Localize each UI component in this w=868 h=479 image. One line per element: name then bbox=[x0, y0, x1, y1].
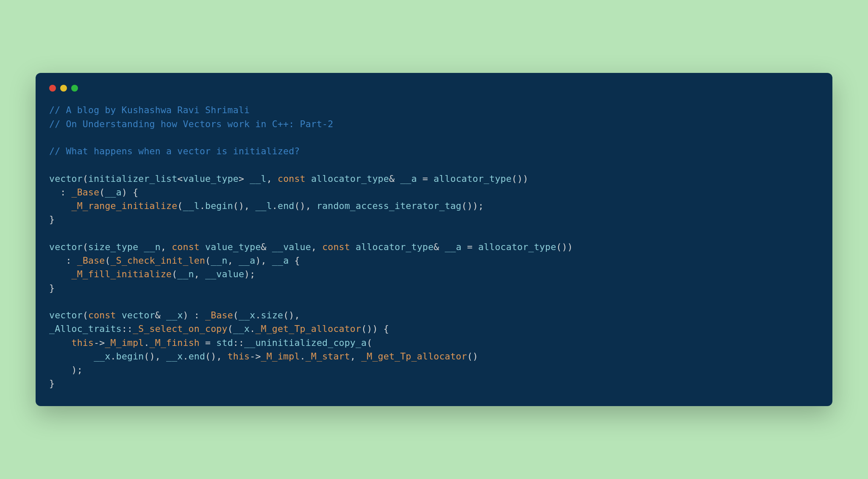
code-token: _Base bbox=[77, 255, 105, 266]
code-token: __a bbox=[239, 255, 255, 266]
code-token: : bbox=[49, 255, 77, 266]
comment-line: // On Understanding how Vectors work in … bbox=[49, 119, 333, 129]
code-token: = bbox=[462, 242, 478, 252]
code-token bbox=[350, 242, 356, 252]
code-token: ( bbox=[83, 310, 88, 320]
code-token: vector bbox=[49, 242, 83, 252]
code-token: std bbox=[216, 337, 233, 348]
code-token: ( bbox=[83, 242, 88, 252]
code-token: end bbox=[189, 351, 205, 362]
code-token: : bbox=[49, 187, 72, 198]
code-token: } bbox=[49, 283, 55, 293]
code-token: vector bbox=[122, 310, 155, 320]
code-token: ( bbox=[367, 337, 372, 348]
code-token: ( bbox=[172, 269, 177, 279]
code-token: __uninitialized_copy_a bbox=[244, 337, 367, 348]
code-token: _Base bbox=[205, 310, 233, 320]
code-token: __x bbox=[239, 310, 255, 320]
code-token: . bbox=[255, 310, 261, 320]
code-token: (), bbox=[144, 351, 166, 362]
code-token: = bbox=[200, 337, 216, 348]
comment-line: // What happens when a vector is initial… bbox=[49, 146, 300, 156]
code-block: // A blog by Kushashwa Ravi Shrimali // … bbox=[49, 103, 819, 390]
code-token: __a bbox=[400, 173, 417, 184]
code-token: allocator_type bbox=[434, 173, 512, 184]
code-token: ( bbox=[83, 173, 88, 184]
code-token: . bbox=[144, 337, 149, 348]
code-token: , bbox=[350, 351, 361, 362]
code-token: value_type bbox=[183, 173, 239, 184]
code-token bbox=[200, 242, 205, 252]
code-token: { bbox=[289, 255, 300, 266]
code-token: ( bbox=[177, 201, 183, 211]
minimize-icon[interactable] bbox=[60, 85, 67, 92]
code-token: allocator_type bbox=[311, 173, 389, 184]
code-token: const bbox=[88, 310, 116, 320]
code-token: , bbox=[311, 242, 322, 252]
code-token: begin bbox=[116, 351, 144, 362]
code-token bbox=[49, 269, 72, 279]
code-token: end bbox=[278, 201, 294, 211]
code-token: ( bbox=[105, 255, 110, 266]
code-token: __l bbox=[250, 173, 266, 184]
code-token: } bbox=[49, 378, 55, 389]
code-token: _M_get_Tp_allocator bbox=[255, 323, 361, 334]
code-token bbox=[49, 337, 72, 348]
code-token bbox=[49, 351, 94, 362]
code-token: -> bbox=[250, 351, 261, 362]
code-token: __l bbox=[183, 201, 199, 211]
code-token: allocator_type bbox=[356, 242, 434, 252]
code-token: = bbox=[417, 173, 434, 184]
code-token: } bbox=[49, 214, 55, 225]
code-token: __l bbox=[255, 201, 272, 211]
code-token: , bbox=[194, 269, 205, 279]
code-token: _M_range_initialize bbox=[72, 201, 178, 211]
code-token: (), bbox=[294, 201, 317, 211]
code-token: const bbox=[172, 242, 200, 252]
code-token: , bbox=[161, 242, 172, 252]
code-token: __a bbox=[272, 255, 289, 266]
code-token: :: bbox=[122, 323, 133, 334]
code-token: __x bbox=[166, 351, 183, 362]
code-token: ( bbox=[205, 255, 211, 266]
code-token: _M_get_Tp_allocator bbox=[361, 351, 467, 362]
comment-line: // A blog by Kushashwa Ravi Shrimali bbox=[49, 105, 250, 115]
code-token bbox=[49, 201, 72, 211]
code-token: & bbox=[389, 173, 400, 184]
code-token: ( bbox=[99, 187, 105, 198]
code-token: (), bbox=[283, 310, 300, 320]
code-token: () bbox=[467, 351, 478, 362]
code-token: > bbox=[239, 173, 250, 184]
code-token: _M_fill_initialize bbox=[72, 269, 172, 279]
code-token: _M_finish bbox=[150, 337, 200, 348]
code-token: begin bbox=[205, 201, 233, 211]
code-token: ()); bbox=[462, 201, 484, 211]
code-token: . bbox=[111, 351, 116, 362]
code-token: ); bbox=[72, 365, 83, 375]
code-token: . bbox=[200, 201, 205, 211]
code-token: _M_impl bbox=[105, 337, 144, 348]
close-icon[interactable] bbox=[49, 85, 56, 92]
code-token: < bbox=[177, 173, 183, 184]
maximize-icon[interactable] bbox=[71, 85, 78, 92]
code-token: __value bbox=[205, 269, 244, 279]
code-token: (), bbox=[233, 201, 256, 211]
code-token: ); bbox=[244, 269, 255, 279]
code-token: & bbox=[261, 242, 272, 252]
code-token: . bbox=[300, 351, 306, 362]
code-token: _Alloc_traits bbox=[49, 323, 122, 334]
code-token: ) { bbox=[122, 187, 138, 198]
code-token: _M_start bbox=[306, 351, 350, 362]
code-token: ( bbox=[233, 310, 239, 320]
code-token: random_access_iterator_tag bbox=[317, 201, 462, 211]
code-token: _S_check_init_len bbox=[111, 255, 205, 266]
code-token: __x bbox=[94, 351, 110, 362]
code-token: allocator_type bbox=[478, 242, 556, 252]
code-token: _Base bbox=[72, 187, 100, 198]
code-token: & bbox=[155, 310, 166, 320]
code-token: :: bbox=[233, 337, 244, 348]
code-token: this bbox=[228, 351, 250, 362]
code-token: ()) bbox=[512, 173, 528, 184]
code-token: __a bbox=[445, 242, 461, 252]
window-titlebar bbox=[49, 85, 819, 92]
